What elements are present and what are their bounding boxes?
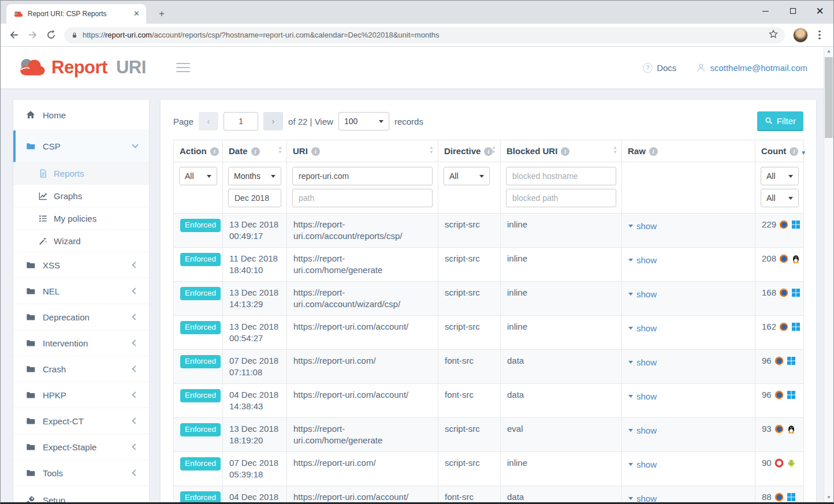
count-cell: 88 (755, 486, 804, 503)
count-filter-select-1[interactable]: All (761, 167, 799, 185)
column-header-count[interactable]: Count (755, 140, 804, 162)
column-header-date[interactable]: Date (223, 140, 287, 162)
browser-titlebar: Report URI: CSP Reports ✕ + ✕ (1, 1, 833, 24)
bookmark-star-button[interactable] (769, 29, 778, 41)
sidebar-item[interactable]: Deprecation (13, 304, 149, 330)
sidebar-item[interactable]: Tools (13, 460, 149, 486)
show-raw-link[interactable]: show (628, 357, 657, 368)
browser-tab[interactable]: Report URI: CSP Reports ✕ (6, 4, 146, 24)
uri-hostname-input[interactable] (292, 167, 433, 185)
directive-filter-select[interactable]: All (444, 167, 490, 185)
browser-menu-button[interactable] (813, 28, 826, 42)
count-cell: 93 (755, 418, 804, 452)
sort-icon[interactable] (492, 145, 496, 155)
docs-link[interactable]: ? Docs (643, 63, 676, 73)
column-header-action[interactable]: Action (174, 140, 223, 162)
count-cell: 229 (755, 214, 804, 248)
sort-icon[interactable] (613, 145, 617, 155)
new-tab-button[interactable]: + (154, 7, 169, 21)
blocked-path-input[interactable] (506, 189, 616, 207)
page-number-input[interactable] (224, 112, 258, 130)
show-raw-link[interactable]: show (628, 493, 657, 503)
show-raw-link[interactable]: show (628, 289, 657, 300)
triangle-down-icon (628, 361, 633, 364)
info-icon[interactable] (251, 147, 260, 156)
scroll-up-icon[interactable]: ▲ (824, 47, 833, 56)
show-raw-link[interactable]: show (628, 391, 657, 402)
show-raw-link[interactable]: show (628, 459, 657, 471)
browser-profile-avatar[interactable] (793, 28, 808, 43)
scrollbar-thumb[interactable] (825, 57, 833, 138)
page-label: Page (173, 117, 193, 126)
sort-descending-icon[interactable] (801, 150, 806, 156)
window-maximize-button[interactable] (779, 1, 806, 21)
info-icon[interactable] (649, 147, 658, 156)
uri-cell: https://report-uri.com/ (287, 452, 438, 486)
action-badge: Enforced (180, 219, 221, 232)
date-unit-select[interactable]: Months (228, 167, 281, 185)
wand-icon (39, 237, 47, 245)
info-icon[interactable] (790, 147, 798, 156)
sidebar-item[interactable]: NEL (13, 278, 149, 304)
action-filter-select[interactable]: All (179, 167, 217, 185)
sidebar-subitem[interactable]: My policies (13, 207, 149, 230)
filter-button[interactable]: Filter (757, 111, 803, 131)
show-raw-link[interactable]: show (628, 425, 657, 436)
date-filter-input[interactable] (228, 189, 281, 207)
sidebar-toggle-button[interactable] (176, 63, 190, 72)
sort-icon[interactable] (429, 145, 434, 155)
column-header-raw[interactable]: Raw (622, 140, 755, 162)
info-icon[interactable] (311, 147, 320, 156)
date-cell: 13 Dec 201800:49:17 (223, 214, 287, 248)
info-icon[interactable] (561, 147, 569, 156)
back-button[interactable] (5, 27, 23, 44)
report-uri-logo[interactable]: ReportURI (17, 57, 146, 78)
per-page-select[interactable]: 100 (338, 112, 389, 130)
column-header-blocked-uri[interactable]: Blocked URI (501, 140, 622, 162)
sidebar-item[interactable]: Expect-Staple (13, 434, 149, 460)
action-badge: Enforced (180, 287, 221, 300)
blocked-hostname-input[interactable] (506, 167, 616, 185)
count-filter-select-2[interactable]: All (761, 189, 799, 207)
column-header-directive[interactable]: Directive (438, 140, 501, 162)
sidebar-item-home[interactable]: Home (13, 100, 149, 130)
info-icon[interactable] (210, 147, 219, 156)
forward-button[interactable] (24, 27, 41, 44)
next-page-button[interactable]: › (263, 112, 283, 130)
windows-icon (787, 390, 796, 400)
window-scrollbar[interactable]: ▲ ▼ (824, 47, 833, 502)
uri-cell: https://report-uri.com/account/reports/c… (287, 214, 438, 248)
scroll-down-icon[interactable]: ▼ (824, 493, 833, 502)
sidebar-subitem[interactable]: Reports (13, 162, 149, 185)
cloud-logo-icon (17, 57, 47, 78)
sidebar-item[interactable]: Intervention (13, 330, 149, 356)
sidebar-item[interactable]: XSS (13, 252, 149, 278)
uri-cell: https://report-uri.com/ (287, 350, 438, 384)
tab-close-icon[interactable]: ✕ (132, 9, 142, 19)
table-header-row: Action Date URI Directive Blocked URI Ra… (174, 140, 804, 162)
account-email-link[interactable]: scotthelme@hotmail.com (696, 63, 807, 73)
uri-cell: https://report-uri.com/account/wizard/cs… (287, 282, 438, 316)
reload-button[interactable] (42, 27, 59, 44)
address-bar[interactable]: https://report-uri.com/account/reports/c… (64, 27, 785, 43)
column-header-uri[interactable]: URI (287, 140, 438, 162)
show-raw-link[interactable]: show (628, 255, 657, 266)
prev-page-button[interactable]: ‹ (199, 112, 218, 130)
sort-icon[interactable] (278, 145, 282, 155)
sidebar-item-setup[interactable]: Setup (13, 486, 149, 502)
date-cell: 07 Dec 201807:11:08 (223, 350, 287, 384)
show-raw-link[interactable]: show (628, 221, 657, 232)
android-icon (787, 458, 796, 468)
sidebar-item-csp[interactable]: CSP (13, 130, 149, 162)
sidebar-item[interactable]: Expect-CT (13, 408, 149, 434)
sidebar-subitem[interactable]: Graphs (13, 185, 149, 207)
sidebar-subitem[interactable]: Wizard (13, 230, 149, 252)
show-raw-link[interactable]: show (628, 323, 657, 334)
sidebar-item[interactable]: Crash (13, 356, 149, 382)
sidebar-item[interactable]: HPKP (13, 382, 149, 408)
uri-path-input[interactable] (292, 189, 433, 207)
linux-icon (787, 424, 796, 434)
chevron-left-icon (132, 469, 138, 476)
window-minimize-button[interactable] (752, 1, 779, 21)
window-close-button[interactable]: ✕ (806, 1, 833, 21)
